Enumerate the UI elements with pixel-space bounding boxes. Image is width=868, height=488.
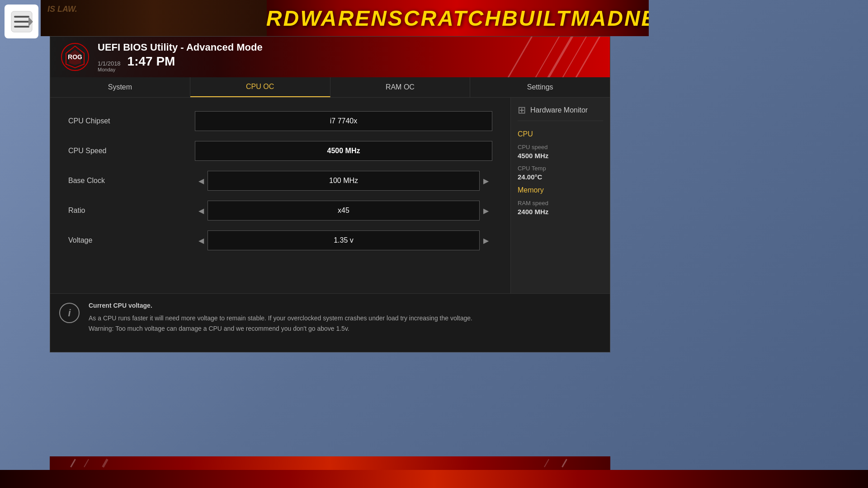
monitor-icon: ⊞ <box>518 104 526 116</box>
setting-control-cpu-speed: 4500 MHz <box>195 141 492 161</box>
hardware-monitor-panel: ⊞ Hardware Monitor CPU CPU speed 4500 MH… <box>510 98 610 293</box>
hw-ram-speed-label: RAM speed <box>518 200 603 206</box>
tab-ram-oc[interactable]: RAM OC <box>330 77 471 97</box>
setting-control-ratio: ◀ x45 ▶ <box>195 201 492 221</box>
setting-row-voltage: Voltage ◀ 1.35 v ▶ <box>68 230 492 250</box>
svg-text:ROG: ROG <box>68 53 82 61</box>
ratio-arrow-right[interactable]: ▶ <box>480 206 492 215</box>
hw-cpu-speed-label: CPU speed <box>518 144 603 150</box>
setting-row-base-clock: Base Clock ◀ 100 MHz ▶ <box>68 171 492 191</box>
setting-value-base-clock[interactable]: 100 MHz <box>208 171 480 191</box>
setting-value-voltage[interactable]: 1.35 v <box>208 230 480 250</box>
ratio-arrow-left[interactable]: ◀ <box>195 206 208 215</box>
setting-control-base-clock: ◀ 100 MHz ▶ <box>195 171 492 191</box>
setting-control-voltage: ◀ 1.35 v ▶ <box>195 230 492 250</box>
setting-row-cpu-speed: CPU Speed 4500 MHz <box>68 141 492 161</box>
base-clock-arrow-right[interactable]: ▶ <box>480 177 492 185</box>
top-bg-left: IS LAW. <box>41 0 267 36</box>
setting-label-ratio: Ratio <box>68 206 195 215</box>
setting-label-base-clock: Base Clock <box>68 177 195 185</box>
setting-row-cpu-chipset: CPU Chipset i7 7740x <box>68 111 492 131</box>
hw-section-memory-title: Memory <box>518 186 603 194</box>
info-icon: i <box>59 303 80 323</box>
voltage-arrow-right[interactable]: ▶ <box>480 236 492 245</box>
setting-value-cpu-chipset[interactable]: i7 7740x <box>195 111 492 131</box>
info-title: Current CPU voltage. <box>89 300 601 310</box>
bios-day: Monday <box>98 67 121 72</box>
bios-title-area: UEFI BIOS Utility - Advanced Mode 1/1/20… <box>98 42 263 72</box>
svg-rect-3 <box>14 26 29 28</box>
bottom-red-stripe <box>0 470 868 488</box>
tab-settings[interactable]: Settings <box>470 77 610 97</box>
setting-row-ratio: Ratio ◀ x45 ▶ <box>68 201 492 221</box>
hw-cpu-speed-value: 4500 MHz <box>518 152 603 160</box>
base-clock-arrow-left[interactable]: ◀ <box>195 177 208 185</box>
svg-rect-1 <box>14 16 29 18</box>
bios-nav: System CPU OC RAM OC Settings <box>50 77 610 98</box>
hw-cpu-temp-label: CPU Temp <box>518 165 603 172</box>
setting-label-cpu-chipset: CPU Chipset <box>68 117 195 125</box>
sidebar-toggle-button[interactable] <box>5 5 38 38</box>
tab-system[interactable]: System <box>50 77 190 97</box>
bios-window: ROG UEFI BIOS Utility - Advanced Mode 1/… <box>50 36 610 352</box>
banner-text: • HARDWARENSCRATCHBUILTMADNESS! <box>264 6 649 31</box>
setting-label-voltage: Voltage <box>68 236 195 244</box>
rog-logo: ROG <box>59 41 91 73</box>
setting-label-cpu-speed: CPU Speed <box>68 147 195 155</box>
svg-rect-2 <box>14 21 29 23</box>
header-decoration <box>429 37 610 77</box>
setting-value-ratio[interactable]: x45 <box>208 201 480 221</box>
stream-banner: • HARDWARENSCRATCHBUILTMADNESS! <box>264 0 649 36</box>
bios-header: ROG UEFI BIOS Utility - Advanced Mode 1/… <box>50 37 610 77</box>
setting-value-cpu-speed[interactable]: 4500 MHz <box>195 141 492 161</box>
bios-bottom-stripe <box>50 456 610 470</box>
info-text: Current CPU voltage. As a CPU runs faste… <box>89 300 601 333</box>
settings-panel: CPU Chipset i7 7740x CPU Speed 4500 MHz … <box>50 98 510 293</box>
voltage-arrow-left[interactable]: ◀ <box>195 236 208 245</box>
bios-date: 1/1/2018 <box>98 60 121 67</box>
bios-content: CPU Chipset i7 7740x CPU Speed 4500 MHz … <box>50 98 610 293</box>
tab-cpu-oc[interactable]: CPU OC <box>190 77 330 97</box>
bios-title: UEFI BIOS Utility - Advanced Mode <box>98 42 263 53</box>
info-bar: i Current CPU voltage. As a CPU runs fas… <box>50 293 610 352</box>
setting-control-cpu-chipset: i7 7740x <box>195 111 492 131</box>
hw-monitor-label: Hardware Monitor <box>530 106 588 114</box>
bios-time: 1:47 PM <box>127 54 175 69</box>
hw-section-cpu-title: CPU <box>518 130 603 138</box>
hw-cpu-temp-value: 24.00°C <box>518 173 603 181</box>
hw-monitor-title-row: ⊞ Hardware Monitor <box>518 104 603 121</box>
info-line2: Warning: Too much voltage can damage a C… <box>89 324 601 333</box>
hw-ram-speed-value: 2400 MHz <box>518 208 603 216</box>
info-line1: As a CPU runs faster it will need more v… <box>89 313 601 323</box>
